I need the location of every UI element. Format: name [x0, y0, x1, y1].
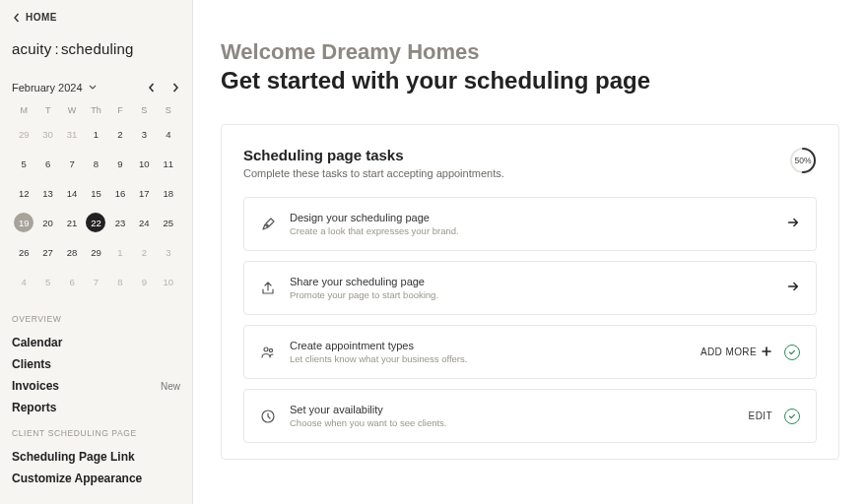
- calendar-day[interactable]: 11: [157, 149, 180, 178]
- calendar-day[interactable]: 4: [157, 119, 180, 149]
- calendar-day[interactable]: 9: [132, 267, 156, 296]
- calendar-next-button[interactable]: [170, 83, 180, 93]
- calendar-day[interactable]: 1: [108, 237, 132, 267]
- overview-section-label: OVERVIEW: [12, 314, 180, 324]
- calendar-day[interactable]: 29: [12, 119, 35, 149]
- calendar-day[interactable]: 26: [12, 237, 35, 267]
- brand-logo: acuity : scheduling: [12, 40, 180, 58]
- calendar-day[interactable]: 30: [35, 119, 59, 149]
- nav-item[interactable]: Reports: [12, 397, 180, 418]
- calendar-day[interactable]: 2: [108, 119, 132, 149]
- home-label: HOME: [26, 12, 57, 23]
- calendar-day[interactable]: 7: [60, 149, 84, 178]
- progress-percent: 50%: [789, 147, 817, 174]
- calendar-day[interactable]: 18: [157, 178, 180, 208]
- calendar-day[interactable]: 5: [35, 267, 59, 296]
- task-actions: [786, 216, 800, 233]
- task-title: Set your availability: [290, 404, 749, 415]
- calendar-day[interactable]: 20: [35, 208, 59, 237]
- plus-icon: [761, 346, 772, 359]
- clock-icon: [260, 409, 276, 424]
- calendar-day[interactable]: 22: [84, 208, 107, 237]
- task-actions: ADD MORE: [700, 345, 800, 360]
- calendar-header: February 2024: [12, 82, 180, 94]
- nav-item-label: Scheduling Page Link: [12, 450, 135, 464]
- calendar-day[interactable]: 14: [60, 178, 84, 208]
- calendar-day[interactable]: 6: [60, 267, 84, 296]
- calendar-dow: S: [157, 101, 180, 119]
- progress-ring: 50%: [789, 147, 817, 174]
- calendar-day[interactable]: 12: [12, 178, 35, 208]
- page-headline: Get started with your scheduling page: [221, 67, 839, 94]
- task-title: Create appointment types: [290, 340, 700, 351]
- nav-item[interactable]: Scheduling Page Link: [12, 446, 180, 468]
- check-icon: [784, 345, 800, 360]
- addmore-button[interactable]: ADD MORE: [700, 346, 772, 359]
- task-actions: EDIT: [749, 409, 800, 424]
- calendar-day[interactable]: 24: [132, 208, 156, 237]
- csp-section-label: CLIENT SCHEDULING PAGE: [12, 428, 180, 438]
- calendar-dow: F: [108, 101, 132, 119]
- calendar-day[interactable]: 2: [132, 237, 156, 267]
- calendar-day[interactable]: 16: [108, 178, 132, 208]
- calendar-day[interactable]: 1: [84, 119, 107, 149]
- main-content: Welcome Dreamy Homes Get started with yo…: [193, 0, 867, 504]
- nav-item-label: Clients: [12, 357, 51, 371]
- arrow-right-icon[interactable]: [786, 280, 800, 297]
- calendar-day[interactable]: 13: [35, 178, 59, 208]
- calendar-prev-button[interactable]: [147, 83, 157, 93]
- home-link[interactable]: HOME: [12, 12, 180, 23]
- people-icon: [260, 345, 276, 360]
- edit-button[interactable]: EDIT: [749, 410, 772, 421]
- calendar-day[interactable]: 9: [108, 149, 132, 178]
- calendar-day[interactable]: 21: [60, 208, 84, 237]
- calendar-day[interactable]: 27: [35, 237, 59, 267]
- share-icon: [260, 281, 276, 296]
- calendar-day[interactable]: 5: [12, 149, 35, 178]
- calendar-day[interactable]: 3: [157, 237, 180, 267]
- calendar-month-label: February 2024: [12, 82, 83, 94]
- calendar-dow: W: [60, 101, 84, 119]
- nav-csp: Scheduling Page LinkCustomize Appearance: [12, 446, 180, 489]
- calendar-day[interactable]: 29: [84, 237, 107, 267]
- calendar-day[interactable]: 7: [84, 267, 107, 296]
- calendar-day[interactable]: 6: [35, 149, 59, 178]
- calendar-day[interactable]: 3: [132, 119, 156, 149]
- nav-item[interactable]: InvoicesNew: [12, 375, 180, 397]
- chevron-left-icon: [12, 13, 22, 23]
- task-row[interactable]: Create appointment typesLet clients know…: [243, 325, 817, 379]
- nav-item-label: Invoices: [12, 379, 59, 393]
- svg-point-2: [264, 347, 268, 351]
- calendar-dow: T: [35, 101, 59, 119]
- calendar-grid: MTWThFSS29303112345678910111213141516171…: [12, 101, 180, 296]
- calendar-day[interactable]: 10: [132, 149, 156, 178]
- calendar-day[interactable]: 25: [157, 208, 180, 237]
- nav-item[interactable]: Clients: [12, 353, 180, 375]
- nav-item-label: Customize Appearance: [12, 472, 142, 485]
- tasks-card: Scheduling page tasks Complete these tas…: [221, 124, 839, 460]
- calendar-day[interactable]: 10: [157, 267, 180, 296]
- task-desc: Choose when you want to see clients.: [290, 417, 749, 428]
- task-row[interactable]: Set your availabilityChoose when you wan…: [243, 389, 817, 443]
- calendar-day[interactable]: 19: [12, 208, 35, 237]
- brush-icon: [260, 217, 276, 232]
- calendar-day[interactable]: 4: [12, 267, 35, 296]
- calendar-dow: S: [132, 101, 156, 119]
- task-list: Design your scheduling pageCreate a look…: [243, 197, 817, 443]
- task-row[interactable]: Share your scheduling pagePromote your p…: [243, 261, 817, 315]
- calendar-dow: Th: [84, 101, 107, 119]
- calendar-day[interactable]: 31: [60, 119, 84, 149]
- calendar-day[interactable]: 17: [132, 178, 156, 208]
- calendar-day[interactable]: 15: [84, 178, 107, 208]
- calendar-day[interactable]: 8: [84, 149, 107, 178]
- arrow-right-icon[interactable]: [786, 216, 800, 233]
- calendar-month-picker[interactable]: February 2024: [12, 82, 97, 94]
- nav-overview: CalendarClientsInvoicesNewReports: [12, 332, 180, 418]
- calendar-day[interactable]: 28: [60, 237, 84, 267]
- task-row[interactable]: Design your scheduling pageCreate a look…: [243, 197, 817, 251]
- calendar-day[interactable]: 8: [108, 267, 132, 296]
- nav-item[interactable]: Customize Appearance: [12, 468, 180, 489]
- nav-item[interactable]: Calendar: [12, 332, 180, 353]
- nav-item-label: Reports: [12, 401, 56, 414]
- calendar-day[interactable]: 23: [108, 208, 132, 237]
